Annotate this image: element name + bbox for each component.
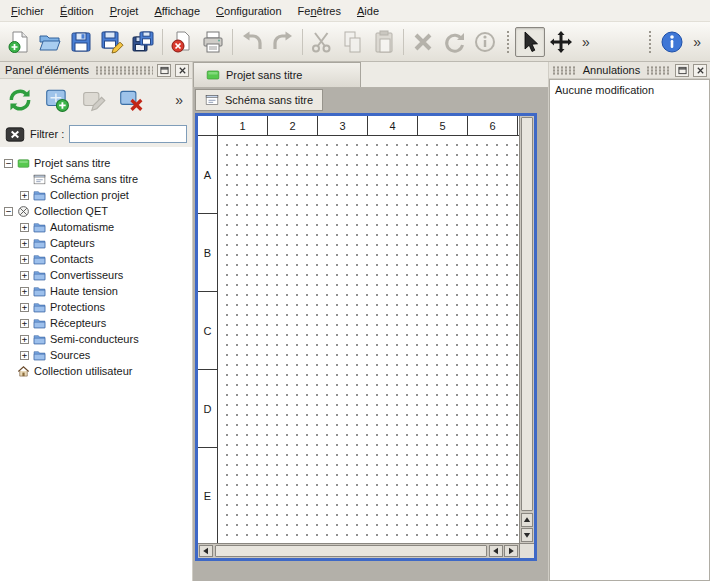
conductor-info-button[interactable] xyxy=(470,27,500,57)
vertical-scrollbar[interactable] xyxy=(519,116,534,543)
tree-item-protections[interactable]: +Protections xyxy=(0,299,192,315)
delete-element-button[interactable] xyxy=(114,83,148,117)
expand-plus-icon[interactable]: + xyxy=(20,271,29,280)
toolbar-separator xyxy=(302,29,303,55)
save-button[interactable] xyxy=(66,27,96,57)
close-panel-button[interactable] xyxy=(175,64,189,77)
delete-button[interactable] xyxy=(408,27,438,57)
delete-icon xyxy=(411,30,435,54)
filter-input[interactable] xyxy=(69,125,187,143)
menu-configuration[interactable]: Configuration xyxy=(208,2,289,20)
scroll-left-button[interactable] xyxy=(199,545,213,557)
save-all-button[interactable] xyxy=(128,27,158,57)
paste-button[interactable] xyxy=(369,27,399,57)
collapse-minus-icon[interactable]: − xyxy=(4,159,13,168)
filter-label: Filtrer : xyxy=(30,128,64,140)
expand-plus-icon[interactable]: + xyxy=(20,191,29,200)
toolbar-grip[interactable] xyxy=(647,29,652,55)
expand-plus-icon[interactable]: + xyxy=(20,351,29,360)
close-icon xyxy=(178,66,187,75)
hscroll-thumb[interactable] xyxy=(215,545,487,557)
elements-panel-toolbar: » xyxy=(0,79,192,121)
folder-icon xyxy=(33,269,46,282)
about-button[interactable] xyxy=(657,27,687,57)
redo-icon xyxy=(271,30,295,54)
tree-item-semi-conducteurs[interactable]: +Semi-conducteurs xyxy=(0,331,192,347)
save-as-button[interactable] xyxy=(97,27,127,57)
diagram-canvas[interactable] xyxy=(218,136,519,543)
cut-button[interactable] xyxy=(307,27,337,57)
tree-item-convertisseurs[interactable]: +Convertisseurs xyxy=(0,267,192,283)
toolbar-overflow-chevron[interactable]: » xyxy=(577,34,595,50)
expand-plus-icon[interactable]: + xyxy=(20,223,29,232)
redo-button[interactable] xyxy=(268,27,298,57)
reload-collections-button[interactable] xyxy=(3,83,37,117)
float-panel-button[interactable] xyxy=(157,64,171,77)
toolbar-overflow-chevron[interactable]: » xyxy=(688,34,706,50)
folder-icon xyxy=(33,237,46,250)
tab-schema-sans-titre[interactable]: Schéma sans titre xyxy=(195,89,323,111)
folder-icon xyxy=(33,285,46,298)
menu-projet[interactable]: Projet xyxy=(102,2,147,20)
scroll-down-button[interactable] xyxy=(521,528,533,542)
tree-item-recepteurs[interactable]: +Récepteurs xyxy=(0,315,192,331)
tree-item-automatisme[interactable]: +Automatisme xyxy=(0,219,192,235)
expand-plus-icon[interactable]: + xyxy=(20,239,29,248)
expand-plus-icon[interactable]: + xyxy=(20,303,29,312)
menu-affichage[interactable]: Affichage xyxy=(146,2,208,20)
tab-project-sans-titre[interactable]: Projet sans titre xyxy=(193,62,361,87)
expand-plus-icon[interactable]: + xyxy=(20,287,29,296)
scroll-up-button[interactable] xyxy=(521,513,533,527)
undo-panel-title: Annulations xyxy=(581,64,643,76)
tree-item-capteurs[interactable]: +Capteurs xyxy=(0,235,192,251)
copy-button[interactable] xyxy=(338,27,368,57)
edit-element-icon xyxy=(81,87,107,113)
expand-plus-icon[interactable]: + xyxy=(20,319,29,328)
horizontal-scrollbar[interactable] xyxy=(198,543,519,558)
menu-fenetres[interactable]: Fenêtres xyxy=(290,2,349,20)
tree-item-label: Haute tension xyxy=(50,285,118,297)
ruler-row-label: E xyxy=(198,448,217,543)
tree-item-schema-sans-titre[interactable]: Schéma sans titre xyxy=(0,171,192,187)
tree-item-collection-qet[interactable]: −Collection QET xyxy=(0,203,192,219)
undo-button[interactable] xyxy=(237,27,267,57)
open-folder-icon xyxy=(38,30,62,54)
panel-toolbar-overflow-chevron[interactable]: » xyxy=(169,92,189,108)
select-arrow-icon xyxy=(518,30,542,54)
open-project-button[interactable] xyxy=(35,27,65,57)
edit-element-button[interactable] xyxy=(77,83,111,117)
elements-panel-titlebar[interactable]: Panel d'éléments xyxy=(0,62,192,79)
menu-edition[interactable]: Édition xyxy=(52,2,102,20)
tree-item-label: Collection utilisateur xyxy=(34,365,132,377)
tree-item-haute-tension[interactable]: +Haute tension xyxy=(0,283,192,299)
undo-panel-titlebar[interactable]: Annulations xyxy=(549,62,710,79)
menu-aide[interactable]: Aide xyxy=(349,2,387,20)
new-document-icon xyxy=(7,30,31,54)
tree-item-collection-utilisateur[interactable]: Collection utilisateur xyxy=(0,363,192,379)
tree-item-sources[interactable]: +Sources xyxy=(0,347,192,363)
folder-icon xyxy=(33,333,46,346)
folder-icon xyxy=(33,253,46,266)
rotate-button[interactable] xyxy=(439,27,469,57)
scroll-right-button[interactable] xyxy=(504,545,518,557)
float-panel-button[interactable] xyxy=(675,64,689,77)
close-panel-button[interactable] xyxy=(693,64,707,77)
menu-fichier[interactable]: Fichier xyxy=(3,2,52,20)
tree-item-projet-sans-titre[interactable]: −Projet sans titre xyxy=(0,155,192,171)
dock-grip xyxy=(646,66,671,75)
new-element-button[interactable] xyxy=(40,83,74,117)
close-file-button[interactable] xyxy=(167,27,197,57)
clear-filter-icon[interactable] xyxy=(5,126,25,143)
toolbar-grip[interactable] xyxy=(505,29,510,55)
tree-item-collection-projet[interactable]: +Collection projet xyxy=(0,187,192,203)
expand-plus-icon[interactable]: + xyxy=(20,255,29,264)
scroll-left-button-end[interactable] xyxy=(489,545,503,557)
select-mode-button[interactable] xyxy=(515,27,545,57)
print-button[interactable] xyxy=(198,27,228,57)
scroll-mode-button[interactable] xyxy=(546,27,576,57)
new-project-button[interactable] xyxy=(4,27,34,57)
collapse-minus-icon[interactable]: − xyxy=(4,207,13,216)
expand-plus-icon[interactable]: + xyxy=(20,335,29,344)
tree-item-contacts[interactable]: +Contacts xyxy=(0,251,192,267)
vscroll-thumb[interactable] xyxy=(521,117,533,511)
